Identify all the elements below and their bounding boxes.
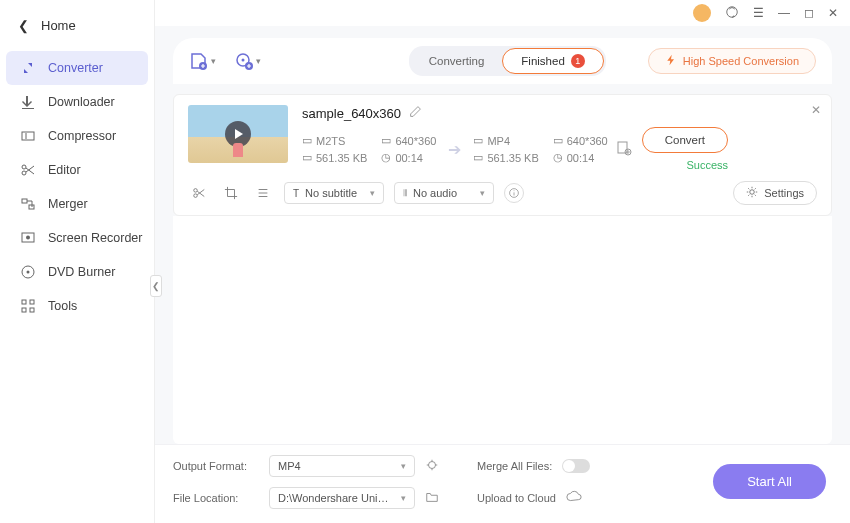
play-icon	[225, 121, 251, 147]
settings-button[interactable]: Settings	[733, 181, 817, 205]
disc-icon	[20, 264, 36, 280]
toolbar: ▾ ▾ Converting Finished 1	[173, 38, 832, 84]
sidebar-item-converter[interactable]: Converter	[6, 51, 148, 85]
collapse-handle[interactable]: ❮	[150, 275, 162, 297]
start-all-button[interactable]: Start All	[713, 464, 826, 499]
trim-icon[interactable]	[188, 182, 210, 204]
effects-icon[interactable]	[252, 182, 274, 204]
open-folder-icon[interactable]	[425, 490, 439, 507]
close-icon[interactable]: ✕	[811, 103, 821, 117]
settings-label: Settings	[764, 187, 804, 199]
sidebar-item-screen-recorder[interactable]: Screen Recorder	[0, 221, 154, 255]
svg-point-1	[22, 165, 26, 169]
tab-converting[interactable]: Converting	[411, 48, 503, 74]
sidebar-label: Tools	[48, 299, 77, 313]
sidebar-item-tools[interactable]: Tools	[0, 289, 154, 323]
audio-value: No audio	[413, 187, 457, 199]
video-icon: ▭	[302, 134, 312, 147]
sidebar-item-downloader[interactable]: Downloader	[0, 85, 154, 119]
svg-point-20	[194, 189, 198, 193]
maximize-button[interactable]: ◻	[804, 6, 814, 20]
file-location-label: File Location:	[173, 492, 259, 504]
target-spec: ▭MP4 ▭640*360 ▭561.35 KB ◷00:14	[473, 134, 607, 164]
file-name: sample_640x360	[302, 106, 401, 121]
svg-point-23	[750, 190, 755, 195]
svg-rect-11	[22, 308, 26, 312]
svg-point-8	[27, 271, 30, 274]
sidebar-item-dvd-burner[interactable]: DVD Burner	[0, 255, 154, 289]
subtitle-value: No subtitle	[305, 187, 357, 199]
output-format-select[interactable]: MP4 ▾	[269, 455, 415, 477]
scissors-icon	[20, 162, 36, 178]
compress-icon	[20, 128, 36, 144]
video-thumbnail[interactable]	[188, 105, 288, 163]
arrow-right-icon: ➔	[448, 140, 461, 159]
high-speed-conversion-button[interactable]: High Speed Conversion	[648, 48, 816, 74]
format-settings-icon[interactable]	[616, 140, 632, 159]
sidebar: ❮ Home Converter Downloader Compressor	[0, 0, 155, 523]
sidebar-label: Downloader	[48, 95, 115, 109]
sidebar-item-compressor[interactable]: Compressor	[0, 119, 154, 153]
hs-label: High Speed Conversion	[683, 55, 799, 67]
tab-pills: Converting Finished 1	[409, 46, 606, 76]
chevron-down-icon: ▾	[370, 188, 375, 198]
back-icon[interactable]: ❮	[18, 18, 29, 33]
sidebar-item-editor[interactable]: Editor	[0, 153, 154, 187]
svg-rect-12	[30, 308, 34, 312]
minimize-button[interactable]: —	[778, 6, 790, 20]
converter-icon	[20, 60, 36, 76]
output-settings-icon[interactable]	[425, 458, 439, 475]
folder-icon: ▭	[302, 151, 312, 164]
svg-point-13	[727, 6, 738, 17]
folder-icon: ▭	[553, 134, 563, 147]
crop-icon[interactable]	[220, 182, 242, 204]
add-dvd-button[interactable]: ▾	[234, 51, 261, 71]
chevron-down-icon: ▾	[401, 493, 406, 503]
svg-rect-9	[22, 300, 26, 304]
sidebar-label: Merger	[48, 197, 88, 211]
clock-icon: ◷	[381, 151, 391, 164]
merge-label: Merge All Files:	[477, 460, 552, 472]
svg-rect-10	[30, 300, 34, 304]
svg-rect-0	[22, 132, 34, 140]
cloud-icon[interactable]	[566, 490, 582, 507]
folder-icon: ▭	[381, 134, 391, 147]
support-icon[interactable]	[725, 5, 739, 22]
file-card: ✕ sample_640x360	[173, 94, 832, 216]
sidebar-label: DVD Burner	[48, 265, 115, 279]
clock-icon: ◷	[553, 151, 563, 164]
svg-rect-3	[22, 199, 27, 203]
source-spec: ▭M2TS ▭640*360 ▭561.35 KB ◷00:14	[302, 134, 436, 164]
convert-button[interactable]: Convert	[642, 127, 728, 153]
info-icon[interactable]	[504, 183, 524, 203]
file-location-select[interactable]: D:\Wondershare UniConverter 1 ▾	[269, 487, 415, 509]
file-location-value: D:\Wondershare UniConverter 1	[278, 492, 395, 504]
avatar-icon[interactable]	[693, 4, 711, 22]
recorder-icon	[20, 230, 36, 246]
sidebar-item-merger[interactable]: Merger	[0, 187, 154, 221]
sidebar-label: Compressor	[48, 129, 116, 143]
video-icon: ▭	[473, 134, 483, 147]
folder-icon: ▭	[473, 151, 483, 164]
tab-finished[interactable]: Finished 1	[502, 48, 603, 74]
tab-label: Finished	[521, 55, 564, 67]
tab-label: Converting	[429, 55, 485, 67]
audio-icon: ⫴	[403, 187, 407, 199]
close-window-button[interactable]: ✕	[828, 6, 838, 20]
subtitle-select[interactable]: T No subtitle ▾	[284, 182, 384, 204]
status-text: Success	[686, 159, 728, 171]
output-format-label: Output Format:	[173, 460, 259, 472]
home-label[interactable]: Home	[41, 18, 76, 33]
nav-list: Converter Downloader Compressor Editor	[0, 51, 154, 323]
add-file-button[interactable]: ▾	[189, 51, 216, 71]
audio-select[interactable]: ⫴ No audio ▾	[394, 182, 494, 204]
titlebar: ☰ — ◻ ✕	[155, 0, 850, 26]
svg-point-6	[26, 236, 30, 240]
merge-toggle[interactable]	[562, 459, 590, 473]
main: ☰ — ◻ ✕ ▾ ▾ Converting	[155, 0, 850, 523]
output-format-value: MP4	[278, 460, 301, 472]
merger-icon	[20, 196, 36, 212]
menu-icon[interactable]: ☰	[753, 6, 764, 20]
edit-name-icon[interactable]	[409, 105, 422, 121]
svg-rect-18	[618, 142, 627, 153]
